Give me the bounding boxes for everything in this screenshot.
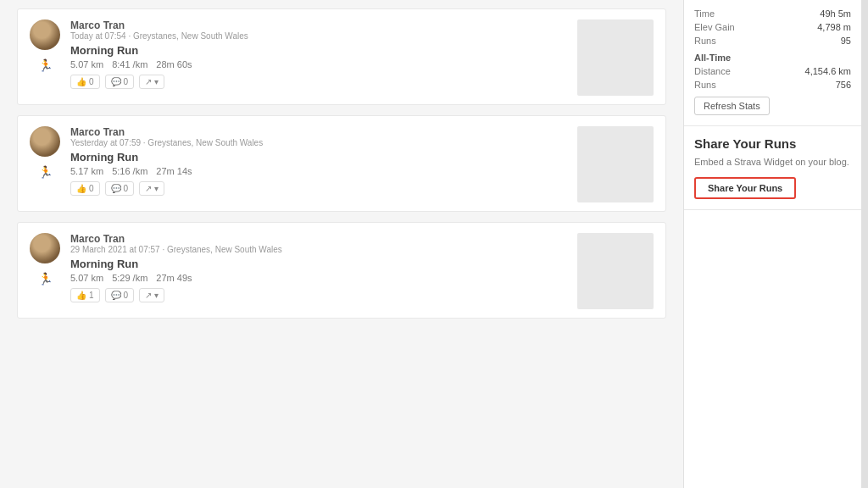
scrollbar-track[interactable] (861, 0, 868, 488)
share-runs-section: Share Your Runs Embed a Strava Widget on… (684, 126, 861, 210)
kudos-icon: 👍 (76, 291, 86, 300)
activity-stats: 5.07 km 8:41 /km 28m 60s (70, 59, 567, 69)
share-button[interactable]: ↗ ▾ (139, 288, 164, 302)
activity-card: 🏃 Marco Tran Yesterday at 07:59 · Greyst… (17, 115, 666, 212)
kudos-icon: 👍 (76, 77, 86, 86)
share-button[interactable]: ↗ ▾ (139, 75, 164, 89)
activity-meta: Today at 07:54 · Greystanes, New South W… (70, 31, 567, 41)
elev-label: Elev Gain (694, 22, 735, 32)
activity-card: 🏃 Marco Tran 29 March 2021 at 07:57 · Gr… (17, 222, 666, 319)
pace-stat: 5:16 /km (112, 166, 147, 176)
share-icon: ↗ (145, 77, 152, 86)
share-icon: ↗ (145, 291, 152, 300)
elev-stat-row: Elev Gain 4,798 m (694, 20, 851, 34)
activity-left: 🏃 (30, 19, 60, 96)
kudos-button[interactable]: 👍 0 (70, 75, 100, 89)
activity-map-image (577, 19, 654, 96)
time-label: Time (694, 8, 715, 19)
activity-map-image (577, 233, 654, 309)
activity-title: Morning Run (70, 151, 567, 164)
avatar (30, 19, 60, 50)
alltime-distance-value: 4,154.6 km (805, 66, 851, 76)
time-value: 49h 5m (820, 8, 851, 19)
activity-stats: 5.07 km 5:29 /km 27m 49s (70, 273, 567, 283)
runs-stat-row: Runs 95 (694, 34, 851, 47)
refresh-stats-button[interactable]: Refresh Stats (694, 97, 770, 115)
activity-title: Morning Run (70, 258, 567, 270)
share-dropdown-icon: ▾ (154, 77, 159, 86)
share-icon: ↗ (145, 184, 152, 193)
activity-body: Marco Tran 29 March 2021 at 07:57 · Grey… (70, 233, 567, 309)
run-icon: 🏃 (38, 272, 53, 286)
comments-button[interactable]: 💬 0 (105, 288, 135, 302)
comment-icon: 💬 (111, 184, 121, 193)
user-name: Marco Tran (70, 126, 567, 138)
run-icon: 🏃 (38, 165, 53, 179)
activity-body: Marco Tran Today at 07:54 · Greystanes, … (70, 19, 567, 96)
share-dropdown-icon: ▾ (154, 184, 159, 193)
time-stat: 27m 14s (156, 166, 192, 176)
activity-body: Marco Tran Yesterday at 07:59 · Greystan… (70, 126, 567, 202)
time-stat: 28m 60s (156, 59, 192, 69)
activity-left: 🏃 (30, 126, 60, 202)
right-sidebar: Time 49h 5m Elev Gain 4,798 m Runs 95 Al… (683, 0, 861, 488)
main-content: 🏃 Marco Tran Today at 07:54 · Greystanes… (0, 0, 683, 488)
run-icon: 🏃 (38, 58, 53, 72)
activity-card: 🏃 Marco Tran Today at 07:54 · Greystanes… (17, 8, 666, 105)
activity-actions: 👍 0 💬 0 ↗ ▾ (70, 75, 567, 89)
share-button[interactable]: ↗ ▾ (139, 181, 164, 196)
recent-stats-section: Time 49h 5m Elev Gain 4,798 m Runs 95 Al… (684, 0, 861, 126)
kudos-count: 0 (89, 77, 94, 86)
runs-label: Runs (694, 36, 716, 46)
comment-icon: 💬 (111, 77, 121, 86)
comments-count: 0 (124, 184, 129, 193)
runs-value: 95 (841, 36, 851, 46)
comment-icon: 💬 (111, 291, 121, 300)
activity-meta: 29 March 2021 at 07:57 · Greystanes, New… (70, 245, 567, 254)
share-runs-title: Share Your Runs (694, 136, 851, 151)
distance-stat: 5.07 km (70, 273, 103, 283)
share-dropdown-icon: ▾ (154, 291, 159, 300)
kudos-count: 0 (89, 184, 94, 193)
time-stat: 27m 49s (156, 273, 192, 283)
activity-actions: 👍 0 💬 0 ↗ ▾ (70, 181, 567, 196)
comments-count: 0 (124, 77, 129, 86)
kudos-icon: 👍 (76, 184, 86, 193)
avatar (30, 126, 60, 157)
share-runs-description: Embed a Strava Widget on your blog. (694, 156, 851, 169)
activity-map-image (577, 126, 654, 202)
activity-actions: 👍 1 💬 0 ↗ ▾ (70, 288, 567, 302)
alltime-heading: All-Time (694, 47, 851, 64)
pace-stat: 8:41 /km (112, 59, 147, 69)
alltime-runs-row: Runs 756 (694, 78, 851, 92)
time-stat-row: Time 49h 5m (694, 7, 851, 20)
kudos-count: 1 (89, 291, 94, 300)
activity-meta: Yesterday at 07:59 · Greystanes, New Sou… (70, 138, 567, 147)
distance-stat: 5.17 km (70, 166, 103, 176)
comments-button[interactable]: 💬 0 (105, 75, 135, 89)
activity-title: Morning Run (70, 44, 567, 57)
alltime-distance-label: Distance (694, 66, 731, 76)
activity-left: 🏃 (30, 233, 60, 309)
kudos-button[interactable]: 👍 0 (70, 181, 100, 196)
alltime-runs-label: Runs (694, 80, 716, 90)
kudos-button[interactable]: 👍 1 (70, 288, 100, 302)
distance-stat: 5.07 km (70, 59, 103, 69)
alltime-runs-value: 756 (836, 80, 851, 90)
user-name: Marco Tran (70, 233, 567, 245)
alltime-distance-row: Distance 4,154.6 km (694, 64, 851, 78)
pace-stat: 5:29 /km (112, 273, 147, 283)
comments-count: 0 (124, 291, 129, 300)
share-runs-button[interactable]: Share Your Runs (694, 177, 796, 199)
avatar (30, 233, 60, 263)
user-name: Marco Tran (70, 19, 567, 31)
elev-value: 4,798 m (817, 22, 851, 32)
comments-button[interactable]: 💬 0 (105, 181, 135, 196)
activity-stats: 5.17 km 5:16 /km 27m 14s (70, 166, 567, 176)
